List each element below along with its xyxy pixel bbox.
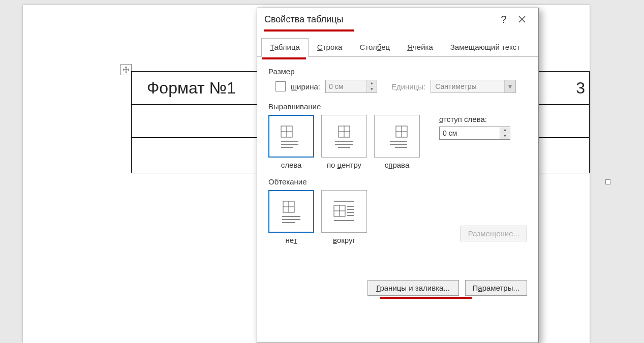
borders-shading-button[interactable]: Границы и заливка... [367,280,459,296]
align-center-tile[interactable] [321,115,367,158]
wrap-around-tile[interactable] [321,190,367,233]
positioning-button: Размещение... [461,226,527,241]
units-label: Единицы: [391,82,425,91]
wrap-around-label: вокруг [321,236,367,244]
align-center-label: по центру [321,161,367,169]
help-button[interactable]: ? [495,10,513,28]
align-right-label: справа [374,161,420,169]
indent-input[interactable]: 0 см ▲▼ [439,127,510,140]
wrapping-section-label: Обтекание [268,177,527,186]
units-combo: Сантиметры ▾ [431,80,516,93]
tab-table[interactable]: Таблица [261,38,309,57]
dialog-tabs: Таблица Строка Столбец Ячейка Замещающий… [257,38,538,57]
dialog-body: Размер ширина: 0 см ▲▼ Единицы: Сантимет… [257,57,538,342]
close-button[interactable] [513,10,531,28]
alignment-section-label: Выравнивание [268,102,527,111]
tab-alt-text[interactable]: Замещающий текст [442,38,529,57]
indent-spinner[interactable]: ▲▼ [500,127,510,139]
tab-cell[interactable]: Ячейка [398,38,442,57]
width-label: ширина: [291,82,320,91]
table-move-handle[interactable] [120,64,132,75]
width-input: 0 см ▲▼ [325,80,377,93]
wrap-none-tile[interactable] [268,190,314,233]
dialog-titlebar: Свойства таблицы ? [257,8,538,30]
dialog-title: Свойства таблицы [264,14,343,25]
tab-column[interactable]: Столбец [351,38,398,57]
highlight-marker [264,29,354,32]
highlight-marker [380,297,472,299]
highlight-marker [262,57,306,59]
chevron-down-icon: ▾ [504,80,515,92]
align-right-tile[interactable] [374,115,420,158]
align-left-label: слева [268,161,314,169]
table-properties-dialog: Свойства таблицы ? Таблица Строка Столбе… [257,8,539,343]
width-spinner: ▲▼ [366,80,377,92]
size-section-label: Размер [268,67,527,76]
wrap-none-label: нет [268,236,314,244]
align-left-tile[interactable] [268,115,314,158]
options-button[interactable]: Параметры... [465,280,527,296]
width-checkbox[interactable] [275,81,286,91]
indent-label: отступ слева: [439,115,510,123]
tab-row[interactable]: Строка [309,38,351,57]
table-resize-handle[interactable] [605,179,610,184]
